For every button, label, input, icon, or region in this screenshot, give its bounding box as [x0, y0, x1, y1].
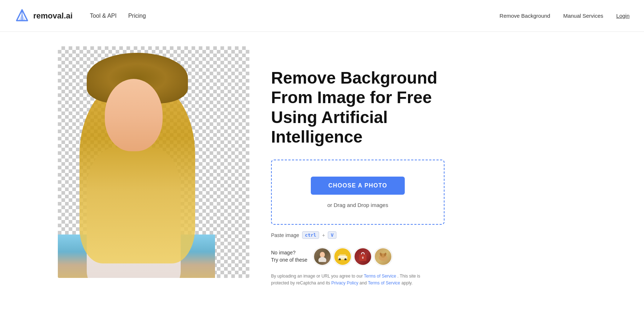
kbd-v: V — [328, 231, 336, 239]
disclaimer-prefix: By uploading an image or URL you agree t… — [271, 274, 364, 279]
sample-section: No image?Try one of these — [271, 248, 586, 266]
plus-icon: + — [322, 232, 325, 238]
logo[interactable]: removal.ai — [14, 8, 73, 24]
no-image-text: No image?Try one of these — [271, 250, 308, 263]
svg-rect-10 — [362, 257, 364, 259]
svg-rect-6 — [339, 254, 346, 257]
sample-thumb-person[interactable] — [313, 248, 331, 266]
nav-links-left: Tool & API Pricing — [90, 13, 146, 19]
hero-image-wrap — [58, 46, 249, 278]
person-face — [105, 79, 163, 151]
tos-link-1[interactable]: Terms of Service — [364, 274, 396, 279]
privacy-link[interactable]: Privacy Policy — [331, 280, 359, 286]
sample-thumb-dog[interactable] — [374, 248, 392, 266]
svg-point-3 — [320, 252, 325, 258]
drag-drop-text: or Drag and Drop images — [327, 202, 388, 208]
main-content: Remove Background From Image for Free Us… — [0, 32, 644, 317]
paste-label: Paste image — [271, 232, 299, 238]
nav-remove-background[interactable]: Remove Background — [499, 13, 550, 19]
disclaimer-suffix: apply. — [400, 280, 412, 286]
choose-photo-button[interactable]: CHOOSE A PHOTO — [311, 177, 404, 195]
sample-thumb-car[interactable] — [334, 248, 352, 266]
logo-icon — [14, 8, 30, 24]
upload-area[interactable]: CHOOSE A PHOTO or Drag and Drop images — [271, 160, 445, 225]
disclaimer-and: and — [358, 280, 368, 286]
svg-point-4 — [318, 257, 326, 262]
kbd-ctrl: ctrl — [302, 231, 319, 239]
hero-title: Remove Background From Image for Free Us… — [271, 68, 452, 147]
sample-images — [313, 248, 392, 266]
tos-link-2[interactable]: Terms of Service — [368, 280, 400, 286]
hero-content: Remove Background From Image for Free Us… — [271, 46, 586, 287]
logo-text: removal.ai — [33, 11, 73, 21]
nav-links-right: Remove Background Manual Services Login — [499, 13, 630, 19]
paste-info: Paste image ctrl + V — [271, 231, 586, 239]
sample-thumb-bag[interactable] — [354, 248, 372, 266]
hero-image-container — [58, 46, 249, 278]
disclaimer: By uploading an image or URL you agree t… — [271, 273, 437, 287]
navbar: removal.ai Tool & API Pricing Remove Bac… — [0, 0, 644, 32]
nav-manual-services[interactable]: Manual Services — [563, 13, 603, 19]
nav-tool-api[interactable]: Tool & API — [90, 13, 117, 19]
nav-pricing[interactable]: Pricing — [128, 13, 146, 19]
nav-login[interactable]: Login — [616, 13, 630, 19]
sample-label: No image?Try one of these — [271, 249, 308, 263]
